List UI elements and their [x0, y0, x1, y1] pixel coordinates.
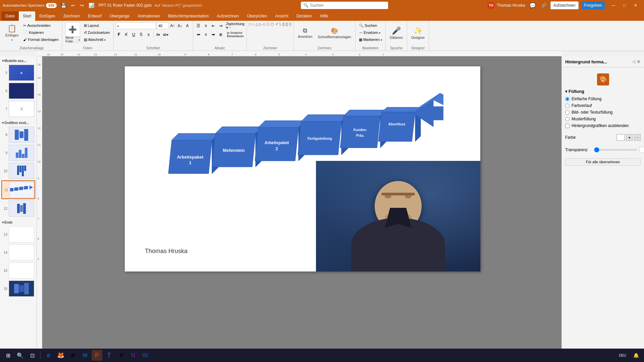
- notification-button[interactable]: 🔔: [631, 350, 641, 361]
- italic-button[interactable]: K: [123, 31, 130, 38]
- slide-thumb-11[interactable]: 11: [1, 180, 35, 199]
- ersetzen-button[interactable]: ↔ Ersetzen: [358, 29, 382, 36]
- undo-icon[interactable]: ↩: [70, 2, 76, 9]
- farbe-swatch[interactable]: [616, 134, 625, 141]
- slide-thumb-9[interactable]: 9: [1, 144, 35, 162]
- tab-uebergaenge[interactable]: Übergänge: [106, 11, 133, 21]
- taskbar-powerpoint[interactable]: P: [92, 350, 102, 361]
- tab-animationen[interactable]: Animationen: [133, 11, 164, 21]
- radio-bild[interactable]: [565, 110, 570, 115]
- radio-muster[interactable]: [565, 117, 570, 121]
- slide-thumb-16[interactable]: 16: [1, 280, 35, 297]
- taskview-button[interactable]: ⊡: [27, 350, 38, 361]
- tab-datei[interactable]: Datei: [1, 11, 19, 21]
- slide-thumb-8[interactable]: 8: [1, 126, 35, 143]
- tab-einfuegen[interactable]: Einfügen: [35, 11, 59, 21]
- suchen-button[interactable]: 🔍 Suchen: [358, 22, 378, 29]
- tab-entwurf[interactable]: Entwurf: [84, 11, 106, 21]
- smartart-button[interactable]: In SmartArt konvertieren: [232, 31, 239, 38]
- slide-group-grafiken[interactable]: ▾ Grafiken mod...: [1, 120, 35, 125]
- designer-button[interactable]: ✨ Designer: [409, 22, 427, 44]
- farbe-more-button[interactable]: ⋯: [634, 134, 641, 141]
- layout-button[interactable]: ⊞ Layout: [83, 22, 111, 29]
- close-button[interactable]: ✕: [630, 0, 641, 11]
- font-color-button[interactable]: A▾: [155, 31, 162, 38]
- taskbar-telegram[interactable]: ✈: [116, 350, 126, 361]
- farbe-dropdown-button[interactable]: ▾: [626, 134, 633, 141]
- comments-icon[interactable]: 💬: [528, 2, 537, 9]
- justify-button[interactable]: ≣: [217, 31, 224, 38]
- increase-font-button[interactable]: A↑: [169, 22, 176, 29]
- slide-thumb-15[interactable]: 15: [1, 262, 35, 279]
- radio-einfache[interactable]: [565, 97, 570, 101]
- checkbox-hintergrund[interactable]: [565, 124, 570, 128]
- slide-thumb-10[interactable]: 10: [1, 162, 35, 180]
- search-taskbar-button[interactable]: 🔍: [15, 350, 25, 361]
- apply-all-button[interactable]: Für alle übernehmen: [565, 158, 641, 166]
- font-size-input[interactable]: 40: [157, 22, 169, 29]
- tab-ansicht[interactable]: Ansicht: [271, 11, 292, 21]
- strikethrough-button[interactable]: S: [138, 31, 145, 38]
- bold-button[interactable]: F: [116, 31, 122, 38]
- search-input[interactable]: [310, 3, 377, 8]
- search-box[interactable]: 🔍: [301, 2, 388, 9]
- section-button[interactable]: ▤ Abschnitt: [83, 36, 111, 43]
- underline-button[interactable]: U: [130, 31, 137, 38]
- decrease-font-button[interactable]: A↓: [177, 22, 183, 29]
- maximize-button[interactable]: □: [620, 0, 630, 11]
- neue-folie-button[interactable]: ➕ Neue Folie: [64, 22, 81, 42]
- indent-right-button[interactable]: ⇥: [217, 22, 224, 29]
- slide-thumb-5[interactable]: 5 ▣: [1, 64, 35, 81]
- neue-folie-label[interactable]: Neue Folie: [65, 37, 80, 42]
- tab-bildschirm[interactable]: Bildschirmpräsentation: [164, 11, 213, 21]
- align-left-button[interactable]: ⬅: [195, 31, 202, 38]
- save-icon[interactable]: 💾: [59, 2, 68, 9]
- minimize-button[interactable]: —: [607, 0, 620, 11]
- list-bullet-button[interactable]: ☰: [195, 22, 202, 29]
- fullung-section-title[interactable]: ▾ Füllung: [565, 89, 641, 94]
- slide-group-ende[interactable]: ▾ Ende: [1, 219, 35, 225]
- tab-dictation[interactable]: Dictation: [292, 11, 316, 21]
- slide-thumb-13[interactable]: 13: [1, 226, 35, 243]
- record-button[interactable]: Aufzeichnen: [550, 1, 579, 9]
- tab-aufzeichnen[interactable]: Aufzeichnen: [213, 11, 243, 21]
- radio-farbverlauf[interactable]: [565, 104, 570, 108]
- taskbar-chrome[interactable]: ⊕: [67, 350, 78, 361]
- taskbar-edge[interactable]: e: [43, 350, 54, 361]
- font-name-input[interactable]: [116, 22, 156, 29]
- share-icon[interactable]: 🔗: [540, 2, 548, 8]
- tab-ueberpruefen[interactable]: Überprüfen: [243, 11, 271, 21]
- slide-thumb-6[interactable]: 6: [1, 82, 35, 100]
- slide-thumb-12[interactable]: 12: [1, 200, 35, 217]
- start-menu-button[interactable]: ⊞: [3, 350, 13, 361]
- transparenz-slider[interactable]: [594, 149, 637, 150]
- reset-button[interactable]: ↺ Zurücksetzen: [83, 29, 111, 36]
- clear-format-button[interactable]: A: [184, 22, 191, 29]
- slide-thumb-7[interactable]: 7 ✕: [1, 100, 35, 118]
- slide-group-modelle[interactable]: ▾ Modelle aus...: [1, 58, 35, 63]
- autosave-toggle[interactable]: Automatisches Speichern EIN: [3, 3, 57, 8]
- anordnen-button[interactable]: ⧉ Anordnen: [296, 22, 314, 44]
- list-number-button[interactable]: ≡: [203, 22, 209, 29]
- taskbar-onenote[interactable]: N: [128, 350, 139, 361]
- align-center-button[interactable]: ≡: [203, 31, 209, 38]
- taskbar-outlook[interactable]: ✉: [79, 350, 90, 361]
- diktieren-button[interactable]: 🎤 Diktieren: [388, 22, 405, 44]
- indent-left-button[interactable]: ⇤: [210, 22, 217, 29]
- redo-icon[interactable]: ↪: [78, 2, 85, 9]
- highlight-button[interactable]: ab▾: [162, 31, 169, 38]
- taskbar-teams[interactable]: T: [104, 350, 114, 361]
- autosave-state[interactable]: EIN: [46, 3, 57, 8]
- panel-close-button[interactable]: ✕: [637, 59, 641, 64]
- tab-hilfe[interactable]: Hilfe: [316, 11, 332, 21]
- panel-back-button[interactable]: ◁: [632, 59, 635, 64]
- paste-button[interactable]: 📋 Einfügen: [3, 22, 20, 44]
- text-direction-button[interactable]: Textrichtung ▾: [232, 22, 239, 29]
- copy-button[interactable]: 📄 Kopieren: [22, 29, 60, 36]
- slide-thumb-14[interactable]: 14: [1, 244, 35, 261]
- tab-start[interactable]: Start: [19, 11, 35, 21]
- align-right-button[interactable]: ➡: [210, 31, 217, 38]
- format-copy-button[interactable]: 🖌 Format übertragen: [22, 36, 60, 43]
- taskbar-firefox[interactable]: 🦊: [55, 350, 66, 361]
- tab-zeichnen[interactable]: Zeichnen: [59, 11, 84, 21]
